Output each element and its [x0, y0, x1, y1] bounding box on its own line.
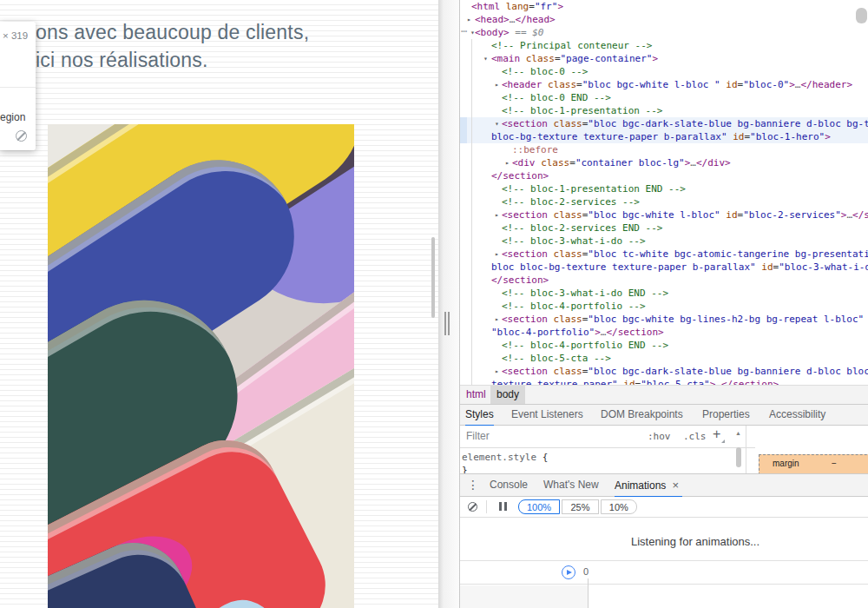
element-dimensions: × 319 [3, 30, 28, 41]
tree-row-code: <html lang="fr"> [460, 0, 868, 13]
collapse-arrow-icon[interactable]: ▾ [483, 52, 488, 65]
drawer-tab-animations[interactable]: Animations× [615, 474, 682, 498]
tree-row-code: bloc bloc-bg-texture texture-paper b-par… [460, 261, 868, 274]
tab-event-listeners[interactable]: Event Listeners [511, 405, 583, 425]
tree-row[interactable]: bloc-bg-texture texture-paper b-parallax… [460, 130, 868, 143]
expand-arrow-icon[interactable]: ▸ [495, 365, 499, 378]
clear-all-icon[interactable] [468, 502, 477, 512]
collapse-arrow-icon[interactable]: ▾ [495, 117, 499, 130]
tree-row[interactable]: <!-- bloc-5-cta --> [460, 352, 868, 365]
more-actions-icon[interactable]: ⋯ [461, 25, 465, 38]
tree-row[interactable]: <!-- bloc-3-what-i-do END --> [460, 287, 868, 300]
tree-row-code: <!-- bloc-0 END --> [460, 91, 868, 104]
no-entry-icon [16, 130, 27, 142]
tree-row[interactable]: <!-- bloc-4-portfolio END --> [460, 339, 868, 352]
expand-arrow-icon[interactable]: ▸ [495, 248, 499, 261]
tree-row-code: <!-- bloc-4-portfolio --> [460, 300, 868, 313]
close-tab-icon[interactable]: × [672, 479, 679, 492]
element-style-close: } [462, 465, 468, 473]
tree-row-code: <section class="bloc bgc-white l-bloc" i… [460, 208, 868, 221]
tree-row-code: <section class="bloc bgc-white bg-lines-… [460, 313, 868, 326]
tree-row[interactable]: bloc bloc-bg-texture texture-paper b-par… [460, 261, 868, 274]
tree-row-code: <!-- bloc-1-presentation --> [460, 104, 868, 117]
more-options-icon[interactable]: ⋮ [467, 478, 479, 492]
expand-arrow-icon[interactable]: ▸ [495, 313, 499, 326]
expand-arrow-icon[interactable]: ▸ [495, 208, 499, 221]
tree-row[interactable]: <!-- bloc-4-portfolio --> [460, 300, 868, 313]
expand-arrow-icon[interactable]: ▸ [467, 13, 471, 26]
tree-row-code: <!-- Principal conteneur --> [460, 39, 868, 52]
tree-row[interactable]: <!-- bloc-3-what-i-do --> [460, 235, 868, 248]
tab-dom-breakpoints[interactable]: DOM Breakpoints [601, 405, 683, 425]
elements-tree-rows: <html lang="fr">▸<head>…</head>⋯▾<body> … [460, 0, 868, 385]
drawer-tab-bar: ⋮ Console What's New Animations× [460, 474, 868, 497]
tree-row[interactable]: <html lang="fr"> [460, 0, 868, 13]
expand-arrow-icon[interactable]: ▸ [505, 156, 510, 169]
breadcrumb-html[interactable]: html [460, 386, 492, 404]
timeline-zero-label: 0 [583, 566, 589, 577]
tree-row[interactable]: ▸<div class="container bloc-lg">…</div> [460, 156, 868, 169]
pause-all-icon[interactable] [499, 502, 508, 511]
styles-scrollbar-thumb[interactable] [736, 447, 741, 467]
tree-row[interactable]: ⋯▾<body> == $0 [460, 26, 868, 39]
tree-row-code: <head>…</head> [460, 13, 868, 26]
tree-row[interactable]: ::before [460, 143, 868, 156]
tree-row[interactable]: <!-- Principal conteneur --> [460, 39, 868, 52]
tree-row[interactable]: ▾<main class="page-container"> [460, 52, 868, 65]
styles-filter-input[interactable] [464, 429, 633, 443]
tree-row[interactable]: <!-- bloc-1-presentation END --> [460, 182, 868, 195]
drawer-tab-whats-new[interactable]: What's New [543, 474, 599, 496]
tree-row[interactable]: <!-- bloc-2-services --> [460, 195, 868, 208]
tree-row[interactable]: <!-- bloc-1-presentation --> [460, 104, 868, 117]
tree-row[interactable]: texture texture-paper" id="bloc-5-cta">…… [460, 378, 868, 385]
tree-row[interactable]: </section> [460, 274, 868, 287]
breadcrumb: html body [460, 385, 868, 405]
breadcrumb-body[interactable]: body [490, 386, 525, 404]
tree-row-code: texture texture-paper" id="bloc-5-cta">…… [460, 378, 868, 385]
margin-label: margin [773, 459, 799, 468]
tree-row[interactable]: <!-- bloc-0 END --> [460, 91, 868, 104]
tab-styles[interactable]: Styles [465, 405, 494, 426]
tree-row[interactable]: "bloc-4-portfolio">…</section> [460, 326, 868, 339]
tree-row-code: </section> [460, 169, 868, 182]
rate-25-button[interactable]: 25% [562, 499, 598, 514]
expand-arrow-icon[interactable]: ▸ [495, 78, 499, 91]
styles-pane-divider[interactable] [746, 426, 746, 473]
magazines-photo [48, 124, 354, 608]
tree-row[interactable]: ▸<section class="bloc bgc-dark-slate-blu… [460, 365, 868, 378]
resize-grip-icon [444, 312, 446, 335]
collapse-arrow-icon[interactable]: ▾ [470, 26, 475, 39]
scroll-up-icon[interactable]: ▲ [735, 430, 741, 436]
tree-row[interactable]: ▸<section class="bloc bgc-white bg-lines… [460, 313, 868, 326]
tree-row-code: ::before [460, 143, 868, 156]
rate-10-button[interactable]: 10% [601, 499, 637, 514]
tree-row[interactable]: ▸<header class="bloc bgc-white l-bloc " … [460, 78, 868, 91]
tree-row[interactable]: </section> [460, 169, 868, 182]
new-style-rule-button[interactable]: + [713, 426, 720, 442]
elements-scrollbar-thumb[interactable] [856, 8, 867, 23]
margin-value[interactable]: − [832, 459, 837, 468]
elements-tree[interactable]: <html lang="fr">▸<head>…</head>⋯▾<body> … [460, 0, 868, 385]
toggle-pseudo-button[interactable]: :hov [648, 431, 671, 442]
tree-row[interactable]: ▾<section class="bloc bgc-dark-slate-blu… [460, 117, 868, 130]
tab-accessibility[interactable]: Accessibility [769, 405, 825, 425]
drawer-tab-console[interactable]: Console [490, 474, 528, 496]
tree-row[interactable]: <!-- bloc-2-services END --> [460, 221, 868, 235]
toggle-class-button[interactable]: .cls [683, 431, 707, 442]
tree-row[interactable]: ▸<section class="bloc tc-white bgc-atomi… [460, 248, 868, 261]
replay-icon[interactable] [562, 565, 575, 579]
styles-sidebar-tabs: Styles Event Listeners DOM Breakpoints P… [460, 405, 868, 426]
tree-row[interactable]: ▸<head>…</head> [460, 13, 868, 26]
tree-row-code: bloc-bg-texture texture-paper b-parallax… [460, 130, 868, 143]
element-style-rule[interactable]: element.style { [462, 452, 548, 463]
tree-row[interactable]: <!-- bloc-0 --> [460, 65, 868, 78]
tree-row[interactable]: ▸<section class="bloc bgc-white l-bloc" … [460, 208, 868, 221]
animation-list-panel [460, 585, 588, 608]
devtools-resize-gutter[interactable] [438, 0, 460, 608]
page-scrollbar-thumb[interactable] [431, 237, 435, 318]
rate-100-button[interactable]: 100% [518, 499, 560, 514]
tree-row-code: <!-- bloc-3-what-i-do --> [460, 235, 868, 248]
accessibility-role: egion [0, 111, 25, 123]
boxmodel-margin-box[interactable]: margin − [759, 454, 868, 473]
tab-properties[interactable]: Properties [702, 405, 750, 425]
